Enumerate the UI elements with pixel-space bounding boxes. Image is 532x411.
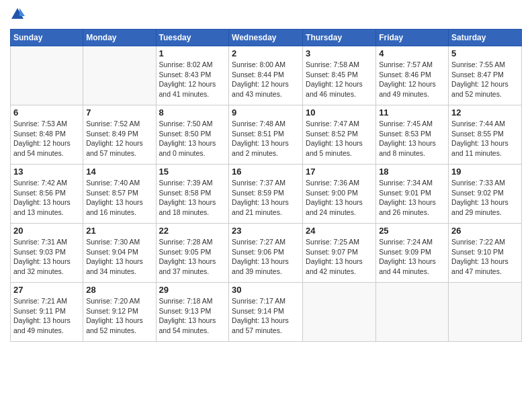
calendar-cell [83,46,156,105]
weekday-thursday: Thursday [303,30,376,46]
calendar-cell: 27Sunrise: 7:21 AMSunset: 9:11 PMDayligh… [11,283,83,342]
calendar-body: 1Sunrise: 8:02 AMSunset: 8:43 PMDaylight… [11,46,522,342]
calendar: SundayMondayTuesdayWednesdayThursdayFrid… [10,29,522,342]
day-number: 5 [451,48,519,58]
day-number: 11 [379,107,445,118]
calendar-cell: 2Sunrise: 8:00 AMSunset: 8:44 PMDaylight… [229,46,303,105]
calendar-cell: 19Sunrise: 7:33 AMSunset: 9:02 PMDayligh… [449,165,522,224]
logo-text [10,7,25,25]
calendar-cell: 15Sunrise: 7:39 AMSunset: 8:58 PMDayligh… [156,165,229,224]
header [10,7,522,25]
calendar-cell: 14Sunrise: 7:40 AMSunset: 8:57 PMDayligh… [83,165,156,224]
week-row-5: 27Sunrise: 7:21 AMSunset: 9:11 PMDayligh… [11,283,522,342]
weekday-friday: Friday [376,30,449,46]
day-info: Sunrise: 7:48 AMSunset: 8:51 PMDaylight:… [232,119,300,158]
calendar-cell: 10Sunrise: 7:47 AMSunset: 8:52 PMDayligh… [303,105,376,165]
day-number: 22 [159,226,226,236]
weekday-header-row: SundayMondayTuesdayWednesdayThursdayFrid… [11,30,522,46]
logo [10,7,25,25]
calendar-cell [376,283,449,342]
calendar-cell: 1Sunrise: 8:02 AMSunset: 8:43 PMDaylight… [156,46,229,105]
calendar-cell: 11Sunrise: 7:45 AMSunset: 8:53 PMDayligh… [376,105,449,165]
calendar-cell: 13Sunrise: 7:42 AMSunset: 8:56 PMDayligh… [11,165,83,224]
day-info: Sunrise: 8:02 AMSunset: 8:43 PMDaylight:… [159,60,226,99]
day-info: Sunrise: 7:30 AMSunset: 9:04 PMDaylight:… [86,237,152,277]
day-info: Sunrise: 7:58 AMSunset: 8:45 PMDaylight:… [306,60,373,99]
calendar-cell: 29Sunrise: 7:18 AMSunset: 9:13 PMDayligh… [156,283,229,342]
svg-marker-1 [19,8,25,16]
calendar-cell: 5Sunrise: 7:55 AMSunset: 8:47 PMDaylight… [449,46,522,105]
calendar-cell: 25Sunrise: 7:24 AMSunset: 9:09 PMDayligh… [376,224,449,283]
calendar-cell: 7Sunrise: 7:52 AMSunset: 8:49 PMDaylight… [83,105,156,165]
calendar-cell: 12Sunrise: 7:44 AMSunset: 8:55 PMDayligh… [449,105,522,165]
day-info: Sunrise: 7:17 AMSunset: 9:14 PMDaylight:… [232,296,300,336]
day-info: Sunrise: 7:40 AMSunset: 8:57 PMDaylight:… [86,178,152,218]
day-info: Sunrise: 7:28 AMSunset: 9:05 PMDaylight:… [159,237,226,277]
calendar-cell: 16Sunrise: 7:37 AMSunset: 8:59 PMDayligh… [229,165,303,224]
calendar-cell: 17Sunrise: 7:36 AMSunset: 9:00 PMDayligh… [303,165,376,224]
day-number: 10 [306,107,373,118]
calendar-cell: 23Sunrise: 7:27 AMSunset: 9:06 PMDayligh… [229,224,303,283]
calendar-cell: 24Sunrise: 7:25 AMSunset: 9:07 PMDayligh… [303,224,376,283]
day-info: Sunrise: 7:31 AMSunset: 9:03 PMDaylight:… [13,237,80,277]
calendar-cell: 18Sunrise: 7:34 AMSunset: 9:01 PMDayligh… [376,165,449,224]
day-info: Sunrise: 7:45 AMSunset: 8:53 PMDaylight:… [379,119,445,158]
day-number: 17 [306,167,373,177]
day-number: 29 [159,285,226,295]
calendar-cell [449,283,522,342]
day-info: Sunrise: 7:53 AMSunset: 8:48 PMDaylight:… [13,119,80,158]
logo-icon [10,7,25,21]
day-info: Sunrise: 7:20 AMSunset: 9:12 PMDaylight:… [86,296,152,336]
day-info: Sunrise: 7:34 AMSunset: 9:01 PMDaylight:… [379,178,445,218]
day-info: Sunrise: 7:57 AMSunset: 8:46 PMDaylight:… [379,60,445,99]
day-number: 23 [232,226,300,236]
day-info: Sunrise: 7:36 AMSunset: 9:00 PMDaylight:… [306,178,373,218]
day-info: Sunrise: 7:24 AMSunset: 9:09 PMDaylight:… [379,237,445,277]
day-info: Sunrise: 7:42 AMSunset: 8:56 PMDaylight:… [13,178,80,218]
day-info: Sunrise: 7:33 AMSunset: 9:02 PMDaylight:… [451,178,519,218]
week-row-1: 1Sunrise: 8:02 AMSunset: 8:43 PMDaylight… [11,46,522,105]
day-number: 25 [379,226,445,236]
day-info: Sunrise: 7:55 AMSunset: 8:47 PMDaylight:… [451,60,519,99]
day-number: 14 [86,167,152,177]
calendar-cell: 21Sunrise: 7:30 AMSunset: 9:04 PMDayligh… [83,224,156,283]
day-number: 6 [13,107,80,118]
day-info: Sunrise: 7:50 AMSunset: 8:50 PMDaylight:… [159,119,226,158]
day-number: 3 [306,48,373,58]
day-number: 16 [232,167,300,177]
day-info: Sunrise: 7:37 AMSunset: 8:59 PMDaylight:… [232,178,300,218]
calendar-cell: 22Sunrise: 7:28 AMSunset: 9:05 PMDayligh… [156,224,229,283]
day-number: 7 [86,107,152,118]
calendar-cell: 28Sunrise: 7:20 AMSunset: 9:12 PMDayligh… [83,283,156,342]
day-number: 15 [159,167,226,177]
day-number: 24 [306,226,373,236]
week-row-2: 6Sunrise: 7:53 AMSunset: 8:48 PMDaylight… [11,105,522,165]
calendar-cell: 20Sunrise: 7:31 AMSunset: 9:03 PMDayligh… [11,224,83,283]
day-info: Sunrise: 7:22 AMSunset: 9:10 PMDaylight:… [451,237,519,277]
weekday-saturday: Saturday [449,30,522,46]
calendar-cell: 30Sunrise: 7:17 AMSunset: 9:14 PMDayligh… [229,283,303,342]
calendar-cell: 8Sunrise: 7:50 AMSunset: 8:50 PMDaylight… [156,105,229,165]
day-info: Sunrise: 7:44 AMSunset: 8:55 PMDaylight:… [451,119,519,158]
day-info: Sunrise: 7:27 AMSunset: 9:06 PMDaylight:… [232,237,300,277]
day-info: Sunrise: 7:39 AMSunset: 8:58 PMDaylight:… [159,178,226,218]
weekday-wednesday: Wednesday [229,30,303,46]
weekday-sunday: Sunday [11,30,83,46]
day-info: Sunrise: 7:52 AMSunset: 8:49 PMDaylight:… [86,119,152,158]
day-info: Sunrise: 8:00 AMSunset: 8:44 PMDaylight:… [232,60,300,99]
day-info: Sunrise: 7:21 AMSunset: 9:11 PMDaylight:… [13,296,80,336]
calendar-cell: 3Sunrise: 7:58 AMSunset: 8:45 PMDaylight… [303,46,376,105]
day-number: 28 [86,285,152,295]
day-info: Sunrise: 7:47 AMSunset: 8:52 PMDaylight:… [306,119,373,158]
calendar-cell: 9Sunrise: 7:48 AMSunset: 8:51 PMDaylight… [229,105,303,165]
day-number: 8 [159,107,226,118]
day-number: 27 [13,285,80,295]
day-info: Sunrise: 7:25 AMSunset: 9:07 PMDaylight:… [306,237,373,277]
day-number: 18 [379,167,445,177]
day-number: 26 [451,226,519,236]
weekday-monday: Monday [83,30,156,46]
week-row-3: 13Sunrise: 7:42 AMSunset: 8:56 PMDayligh… [11,165,522,224]
day-info: Sunrise: 7:18 AMSunset: 9:13 PMDaylight:… [159,296,226,336]
day-number: 19 [451,167,519,177]
day-number: 1 [159,48,226,58]
